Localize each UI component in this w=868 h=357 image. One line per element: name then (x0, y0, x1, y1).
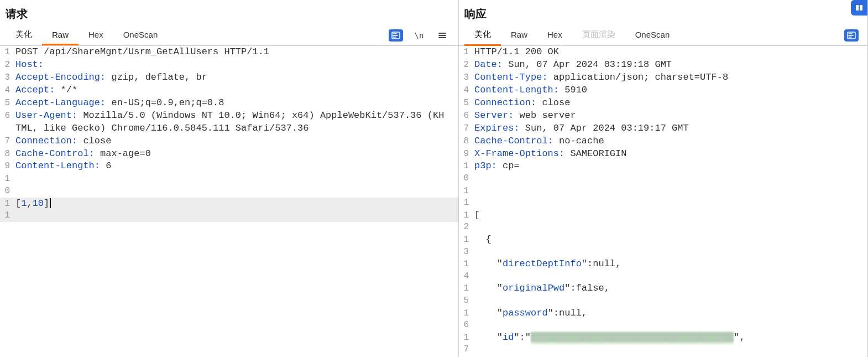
request-pane: 请求 美化 Raw Hex OneScan \n 1POST /api/Shar… (0, 0, 459, 357)
line-number: 5 (459, 97, 472, 110)
response-pane: 响应 美化 Raw Hex 页面渲染 OneScan 1HTTP/1.1 200… (459, 0, 868, 357)
line-content: POST /api/ShareMgnt/Usrm_GetAllUsers HTT… (13, 46, 458, 59)
line-content: X-Frame-Options: SAMEORIGIN (472, 148, 867, 161)
tab-onescan[interactable]: OneScan (113, 25, 168, 45)
line-content: [ (472, 209, 867, 222)
line-number: 16 (459, 308, 472, 332)
code-line[interactable]: 3Content-Type: application/json; charset… (459, 71, 867, 84)
line-number: 7 (0, 136, 13, 148)
tab-onescan-resp[interactable]: OneScan (625, 25, 680, 45)
line-content: "id":"██████████████████████████████████… (472, 332, 867, 344)
tab-pretty-resp[interactable]: 美化 (464, 25, 501, 46)
response-tabbar: 美化 Raw Hex 页面渲染 OneScan (459, 25, 867, 46)
line-number: 11 (0, 198, 13, 222)
tab-hex[interactable]: Hex (79, 25, 113, 45)
code-line[interactable]: 16 "password":null, (459, 307, 867, 332)
code-line[interactable]: 17 "id":"███████████████████████████████… (459, 332, 867, 356)
code-line[interactable]: 12[ (459, 209, 867, 234)
code-line[interactable]: 3Accept-Encoding: gzip, deflate, br (0, 71, 458, 84)
svg-rect-2 (860, 5, 862, 11)
line-content: Content-Type: application/json; charset=… (472, 71, 867, 84)
code-line[interactable]: 5Accept-Language: en-US;q=0.9,en;q=0.8 (0, 97, 458, 110)
line-number: 14 (459, 258, 472, 282)
svg-rect-1 (856, 5, 859, 11)
code-line[interactable]: 7Expires: Sun, 07 Apr 2024 03:19:17 GMT (459, 122, 867, 135)
code-line[interactable]: 9Content-Length: 6 (0, 160, 458, 173)
code-line[interactable]: 2Host: (0, 59, 458, 71)
inspector-icon[interactable] (389, 29, 403, 42)
request-title: 请求 (0, 0, 458, 25)
line-number: 3 (0, 72, 13, 84)
line-content: Expires: Sun, 07 Apr 2024 03:19:17 GMT (472, 122, 867, 135)
code-line[interactable]: 5Connection: close (459, 97, 867, 110)
line-content (472, 185, 867, 198)
line-content: { (472, 234, 867, 246)
request-editor[interactable]: 1POST /api/ShareMgnt/Usrm_GetAllUsers HT… (0, 46, 458, 357)
line-content: [1,10] (13, 198, 458, 210)
line-number: 10 (459, 161, 472, 184)
code-line[interactable]: 10 (0, 173, 458, 197)
code-line[interactable]: 11[1,10] (0, 198, 458, 222)
code-line[interactable]: 8Cache-Control: max-age=0 (0, 148, 458, 161)
line-number: 5 (0, 97, 13, 110)
code-line[interactable]: 1HTTP/1.1 200 OK (459, 46, 867, 59)
line-content: Server: web server (472, 110, 867, 122)
code-line[interactable]: 13 { (459, 234, 867, 258)
line-number: 10 (0, 173, 13, 197)
response-tab-actions (844, 29, 862, 42)
tab-hex-resp[interactable]: Hex (537, 25, 572, 45)
tab-raw[interactable]: Raw (42, 25, 79, 45)
newline-icon[interactable]: \n (412, 29, 426, 42)
line-number: 11 (459, 185, 472, 209)
line-content: "directDeptInfo":null, (472, 258, 867, 271)
line-content: Content-Length: 5910 (472, 84, 867, 97)
response-title: 响应 (459, 0, 867, 25)
code-line[interactable]: 9X-Frame-Options: SAMEORIGIN (459, 148, 867, 161)
columns-icon[interactable] (851, 0, 867, 15)
code-line[interactable]: 2Date: Sun, 07 Apr 2024 03:19:18 GMT (459, 59, 867, 71)
inspector-icon-resp[interactable] (844, 29, 859, 42)
code-line[interactable]: 6Server: web server (459, 110, 867, 122)
line-content: Host: (13, 59, 458, 71)
line-content: Content-Length: 6 (13, 160, 458, 173)
code-line[interactable]: 15 "originalPwd":false, (459, 282, 867, 307)
line-number: 6 (0, 110, 13, 122)
code-line[interactable]: 10p3p: cp= (459, 160, 867, 184)
code-line[interactable]: 8Cache-Control: no-cache (459, 135, 867, 148)
line-number: 13 (459, 234, 472, 258)
line-content: p3p: cp= (472, 160, 867, 173)
line-number: 1 (459, 46, 472, 59)
tab-render-resp[interactable]: 页面渲染 (572, 25, 625, 46)
tab-raw-resp[interactable]: Raw (501, 25, 537, 45)
code-line[interactable]: 14 "directDeptInfo":null, (459, 258, 867, 282)
code-line[interactable]: 6User-Agent: Mozilla/5.0 (Windows NT 10.… (0, 110, 458, 135)
line-number: 2 (0, 59, 13, 71)
code-line[interactable]: 4Accept: */* (0, 84, 458, 97)
line-content: HTTP/1.1 200 OK (472, 46, 867, 59)
line-content: Connection: close (472, 97, 867, 110)
code-line[interactable]: 7Connection: close (0, 135, 458, 148)
line-number: 6 (459, 110, 472, 122)
line-number: 15 (459, 283, 472, 307)
code-line[interactable]: 11 (459, 185, 867, 209)
line-content: User-Agent: Mozilla/5.0 (Windows NT 10.0… (13, 110, 458, 135)
line-number: 9 (0, 161, 13, 173)
line-content: Accept-Language: en-US;q=0.9,en;q=0.8 (13, 97, 458, 110)
line-number: 7 (459, 123, 472, 135)
line-number: 9 (459, 148, 472, 161)
hamburger-icon[interactable] (435, 29, 449, 42)
line-number: 4 (0, 85, 13, 97)
text-cursor (50, 198, 51, 208)
response-editor[interactable]: 1HTTP/1.1 200 OK2Date: Sun, 07 Apr 2024 … (459, 46, 867, 357)
code-line[interactable]: 4Content-Length: 5910 (459, 84, 867, 97)
code-line[interactable]: 1POST /api/ShareMgnt/Usrm_GetAllUsers HT… (0, 46, 458, 59)
line-content: Accept: */* (13, 84, 458, 97)
line-number: 1 (0, 46, 13, 59)
line-number: 4 (459, 85, 472, 97)
tab-pretty[interactable]: 美化 (6, 25, 42, 46)
line-number: 17 (459, 332, 472, 356)
line-number: 2 (459, 59, 472, 71)
line-content (13, 173, 458, 185)
line-content: Accept-Encoding: gzip, deflate, br (13, 71, 458, 84)
request-tab-actions: \n (389, 29, 453, 42)
